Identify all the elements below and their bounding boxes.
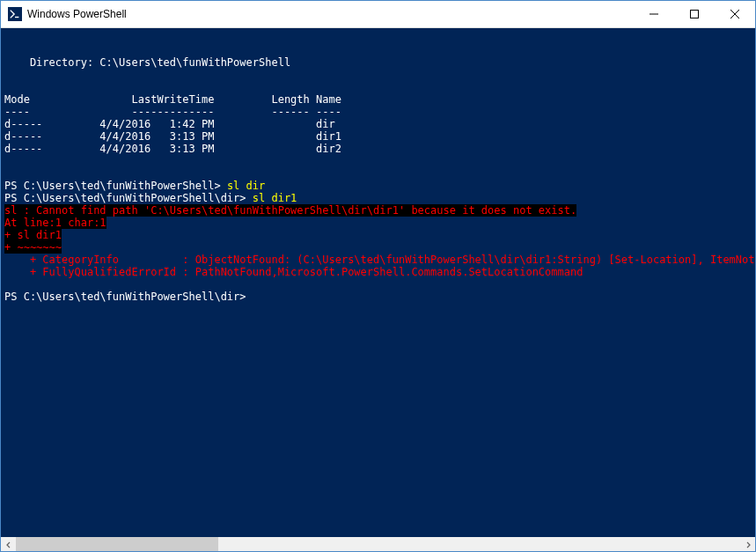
prompt-prefix: PS C:\Users\ted\funWithPowerShell\dir> (4, 192, 253, 204)
listing-header-underline: ---- ------------- ------ ---- (4, 106, 341, 118)
powershell-icon (8, 7, 22, 21)
listing-row: d----- 4/4/2016 1:42 PM dir (4, 118, 335, 130)
error-line: + sl dir1 (4, 229, 62, 241)
prompt-prefix: PS C:\Users\ted\funWithPowerShell> (4, 180, 227, 192)
listing-row: d----- 4/4/2016 3:13 PM dir2 (4, 143, 341, 155)
error-underline: + ~~~~~~~ (4, 241, 62, 254)
scroll-track[interactable] (16, 537, 740, 552)
error-fqid: + FullyQualifiedErrorId : PathNotFound,M… (4, 266, 583, 278)
prompt-line: PS C:\Users\ted\funWithPowerShell\dir> (4, 291, 246, 303)
terminal-output[interactable]: Directory: C:\Users\ted\funWithPowerShel… (1, 28, 755, 537)
scroll-thumb[interactable] (16, 537, 218, 552)
prompt-line: PS C:\Users\ted\funWithPowerShell> sl di… (4, 180, 265, 192)
error-at-line: At line:1 char:1 (4, 217, 106, 229)
error-message: sl : Cannot find path 'C:\Users\ted\funW… (4, 204, 576, 217)
error-category: + CategoryInfo : ObjectNotFound: (C:\Use… (4, 254, 755, 266)
minimize-button[interactable] (634, 1, 674, 27)
scroll-right-button[interactable] (740, 537, 755, 552)
error-line: sl : Cannot find path 'C:\Users\ted\funW… (4, 204, 576, 217)
directory-header: Directory: C:\Users\ted\funWithPowerShel… (4, 56, 290, 69)
svg-rect-1 (691, 11, 699, 18)
title-bar: Windows PowerShell (1, 1, 755, 28)
listing-row: d----- 4/4/2016 3:13 PM dir1 (4, 130, 341, 143)
prompt-line: PS C:\Users\ted\funWithPowerShell\dir> s… (4, 192, 297, 204)
close-button[interactable] (715, 1, 755, 27)
maximize-button[interactable] (674, 1, 715, 27)
window-controls (634, 1, 755, 27)
scroll-left-button[interactable] (1, 537, 16, 552)
command-text: sl dir (227, 180, 265, 192)
listing-header: Mode LastWriteTime Length Name (4, 93, 341, 106)
error-line: + ~~~~~~~ (4, 241, 62, 254)
command-text: sl dir1 (253, 192, 297, 204)
horizontal-scrollbar[interactable] (1, 537, 755, 552)
error-cmd-echo: + sl dir1 (4, 229, 62, 241)
error-line: At line:1 char:1 (4, 217, 106, 229)
window-title: Windows PowerShell (27, 8, 634, 20)
